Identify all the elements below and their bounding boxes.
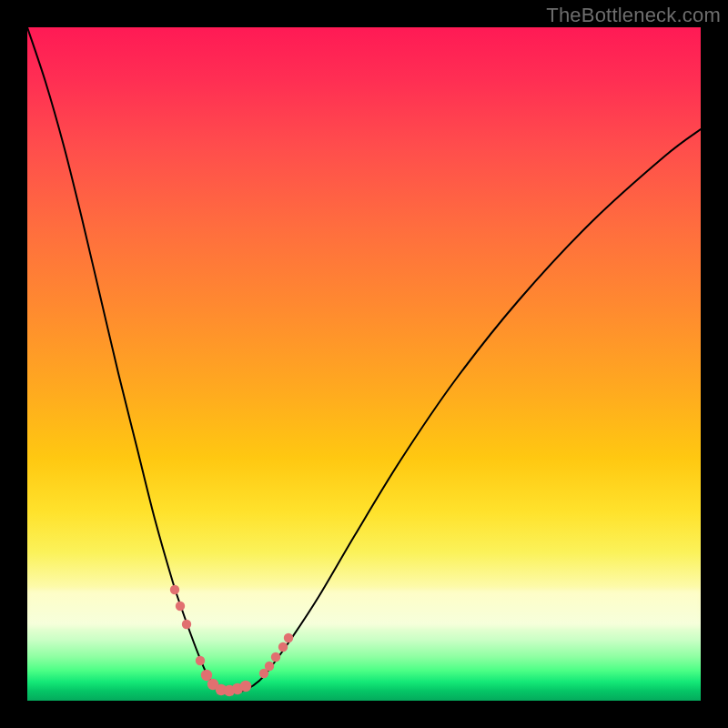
highlight-dot [271,652,280,662]
chart-frame [27,27,701,701]
highlight-dot [240,681,251,692]
highlight-dot [170,585,179,594]
highlight-dot [176,602,185,611]
highlight-dot [284,633,293,642]
highlight-dot [182,620,191,629]
highlight-markers-group [170,585,293,696]
highlight-dot [196,656,205,665]
highlight-dot [201,670,212,681]
watermark-text: TheBottleneck.com [546,4,721,27]
highlight-dot [265,662,274,671]
chart-svg [27,27,701,701]
bottleneck-curve-path [27,27,701,692]
highlight-dot [278,642,288,652]
